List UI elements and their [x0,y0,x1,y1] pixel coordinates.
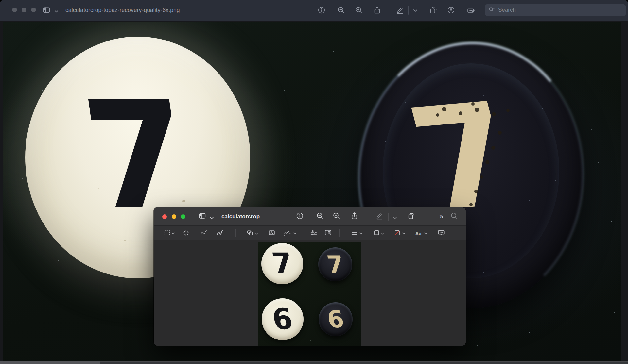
rotate-left-button[interactable] [406,211,416,222]
search-icon [450,212,458,221]
selection-icon [164,229,171,238]
signature-icon [283,229,292,238]
shapes-tool-button[interactable] [245,228,255,238]
zoom-out-button[interactable] [336,5,347,16]
window-title: calculatorcrop-topaz-recovery-quality-6x… [65,0,180,21]
markup-toolbar: Aa [154,226,466,240]
star-speckles-faint [3,22,3,22]
info-icon [317,6,326,14]
sketch-tool-button[interactable] [199,228,209,238]
photo-speckles [258,242,258,243]
fill-color-dropdown-button[interactable] [402,232,406,235]
markup-button[interactable] [394,5,406,16]
close-button[interactable] [12,8,17,12]
text-style-button[interactable]: Aa [413,228,423,238]
zoom-in-button[interactable] [331,211,341,222]
sidebar-toggle-button[interactable] [197,211,207,222]
search-icon [489,6,495,14]
rotate-left-button[interactable] [428,5,439,16]
chevron-down-icon [413,8,418,14]
minimize-button[interactable] [22,8,26,12]
speech-bubble-icon [437,229,445,238]
annotate-button[interactable] [445,5,457,16]
fill-color-button[interactable] [392,228,402,238]
border-color-button[interactable] [372,228,381,238]
chevron-down-icon [393,215,397,221]
bottom-edge-segment [0,361,100,364]
sidebar-toggle-button[interactable] [41,5,52,16]
share-icon [350,212,358,221]
markup-button[interactable] [374,211,384,222]
line-weight-dropdown-button[interactable] [359,232,363,235]
share-button[interactable] [349,211,359,222]
key-digit: 6 [326,307,345,331]
black-key-6: 6 [319,302,353,336]
search-field[interactable] [485,4,626,16]
sidebar-icon [42,6,51,14]
crop-size-button[interactable] [323,228,333,238]
sidebar-chevron-button[interactable] [209,215,214,221]
inner-titlebar[interactable]: calculatorcrop [154,207,466,226]
toolbar-divider [388,213,389,221]
key-digit: 7 [270,249,294,278]
zoom-in-icon [355,6,363,14]
zoom-out-button[interactable] [315,211,325,222]
double-chevron-icon: » [439,213,443,220]
chevron-down-icon [293,230,297,236]
share-icon [373,6,381,14]
line-weight-button[interactable] [349,228,359,238]
inner-content-area: 7 7 6 6 [154,240,466,346]
markup-pencil-icon [396,6,404,14]
share-button[interactable] [372,5,383,16]
sidebar-icon [198,212,206,221]
zoom-in-button[interactable] [353,5,364,16]
sliders-icon [310,229,318,238]
border-color-dropdown-button[interactable] [380,232,384,235]
zoom-button[interactable] [181,214,185,219]
toolbar-divider [235,229,236,237]
cropped-photo: 7 7 6 6 [258,242,361,346]
selection-tool-button[interactable] [162,228,172,238]
chevron-down-icon [171,230,175,236]
instant-alpha-icon [182,229,190,238]
inner-preview-window: calculatorcrop [154,207,466,346]
minimize-button[interactable] [172,214,176,219]
preview-window: calculatorcrop-topaz-recovery-quality-6x… [0,0,628,364]
text-box-icon [268,229,276,238]
draw-tool-button[interactable] [215,228,225,238]
markup-dropdown-button[interactable] [413,8,418,13]
zoom-button[interactable] [31,8,36,12]
text-style-dropdown-button[interactable] [424,232,427,235]
fill-form-button[interactable] [465,5,477,16]
chevron-down-icon [210,215,214,221]
markup-dropdown-button[interactable] [392,215,397,221]
sketch-icon [200,229,208,238]
text-tool-button[interactable] [267,228,277,238]
annotate-pen-icon [447,6,455,14]
black-key-7: 7 [318,247,352,281]
chevron-down-icon [359,230,363,236]
zoom-out-icon [337,6,345,14]
instant-alpha-button[interactable] [181,228,191,238]
outer-titlebar[interactable]: calculatorcrop-topaz-recovery-quality-6x… [0,0,628,21]
white-key-6: 6 [262,298,304,340]
close-button[interactable] [162,214,167,219]
info-button[interactable] [295,211,305,222]
adjust-color-button[interactable] [309,228,319,238]
toolbar-overflow-button[interactable]: » [436,211,446,222]
search-button[interactable] [449,211,459,222]
info-button[interactable] [316,5,327,16]
sign-dropdown-button[interactable] [293,232,297,235]
sidebar-chevron-button[interactable] [54,9,59,14]
border-color-icon [373,229,380,238]
search-input[interactable] [497,7,622,14]
line-weight-icon [350,229,358,238]
annotation-note-button[interactable] [436,228,446,238]
zoom-out-icon [316,212,324,221]
toolbar-divider [408,6,409,15]
sign-tool-button[interactable] [283,228,292,238]
shapes-dropdown-button[interactable] [254,232,258,235]
key-digit: 7 [325,253,345,276]
selection-dropdown-button[interactable] [171,232,175,235]
fill-form-icon [467,6,476,15]
